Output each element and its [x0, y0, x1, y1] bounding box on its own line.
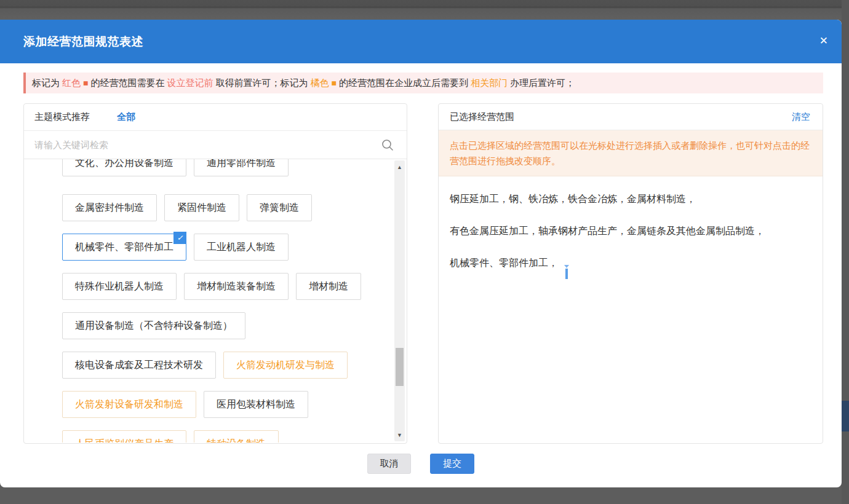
selected-scope-text[interactable]: 机械零件、零部件加工，	[450, 258, 558, 268]
tag-row: 机械零件、零部件加工 ✓ 工业机器人制造	[62, 234, 388, 261]
tag-list: 文化、办公用设备制造 通用零部件制造 金属密封件制造 紧固件制造 弹簧制造 机械…	[62, 159, 388, 443]
scope-tag-label: 医用包装材料制造	[217, 398, 295, 411]
search-bar	[24, 131, 407, 159]
tab-theme-recommend[interactable]: 主题模式推荐	[34, 111, 90, 123]
scope-tag[interactable]: 文化、办公用设备制造	[62, 159, 186, 176]
tag-row: 特殊作业机器人制造 增材制造装备制造 增材制造	[62, 273, 388, 300]
red-square-icon: ■	[83, 78, 88, 88]
scope-tag-label: 紧固件制造	[177, 202, 226, 215]
scope-tag-label: 特种设备制造	[207, 438, 266, 443]
list-scrollbar[interactable]: ▲ ▼	[394, 160, 405, 441]
scope-tag-label: 金属密封件制造	[75, 202, 144, 215]
related-dept-link[interactable]: 相关部门	[471, 77, 508, 89]
check-icon: ✓	[173, 232, 186, 244]
modal-title: 添加经营范围规范表述	[23, 34, 143, 50]
modal-header: 添加经营范围规范表述 ✕	[0, 20, 842, 63]
text-cursor	[564, 265, 569, 279]
scope-tag[interactable]: 特殊作业机器人制造	[62, 273, 177, 300]
scope-tag-label: 弹簧制造	[260, 202, 299, 215]
cancel-button[interactable]: 取消	[367, 454, 411, 474]
scope-tag-label: 机械零件、零部件加工	[75, 241, 173, 254]
tag-list-viewport: 文化、办公用设备制造 通用零部件制造 金属密封件制造 紧固件制造 弹簧制造 机械…	[24, 159, 407, 443]
pre-permit-link[interactable]: 设立登记前	[167, 77, 213, 89]
page-overlay-bottom	[0, 487, 849, 504]
tag-row: 通用设备制造（不含特种设备制造）	[62, 312, 388, 339]
clear-all-link[interactable]: 清空	[792, 111, 810, 123]
list-scrollbar-thumb[interactable]	[396, 348, 404, 386]
notice-text: 的经营范围在企业成立后需要到	[339, 77, 468, 89]
orange-word[interactable]: 橘色	[310, 77, 329, 89]
selected-scope-line[interactable]: 钢压延加工，钢、铁冶炼，铁合金冶炼，金属材料制造，	[450, 192, 811, 206]
scope-tag-post-permit[interactable]: 特种设备制造	[194, 430, 279, 443]
tab-all[interactable]: 全部	[117, 111, 135, 123]
scope-tag[interactable]: 医用包装材料制造	[204, 391, 308, 418]
page-overlay-top	[0, 0, 849, 20]
scope-tag-post-permit[interactable]: 人民币鉴别仪产品生产	[62, 430, 186, 443]
tab-bar: 主题模式推荐 全部	[24, 104, 407, 131]
scope-tag-label: 人民币鉴别仪产品生产	[75, 438, 173, 443]
selected-scope-title: 已选择经营范围	[450, 111, 514, 123]
tag-row: 人民币鉴别仪产品生产 特种设备制造	[62, 430, 388, 443]
tag-row: 文化、办公用设备制造 通用零部件制造	[62, 159, 388, 176]
add-business-scope-modal: 添加经营范围规范表述 ✕ 标记为 红色 ■ 的经营范围需要在 设立登记前 取得前…	[0, 20, 842, 487]
scope-tag[interactable]: 增材制造	[296, 273, 361, 300]
tag-row: 金属密封件制造 紧固件制造 弹簧制造	[62, 194, 388, 221]
scope-tag[interactable]: 通用设备制造（不含特种设备制造）	[62, 312, 245, 339]
selected-scope-header: 已选择经营范围 清空	[439, 104, 823, 130]
panels-container: 主题模式推荐 全部 文化、办公用设备制造 通用零部件制造 金属密封件制造	[23, 103, 823, 444]
search-icon[interactable]	[381, 138, 394, 152]
permit-notice-bar: 标记为 红色 ■ 的经营范围需要在 设立登记前 取得前置许可；标记为 橘色 ■ …	[23, 73, 823, 93]
scope-tag[interactable]: 增材制造装备制造	[184, 273, 289, 300]
selected-scope-line[interactable]: 有色金属压延加工，轴承钢材产品生产，金属链条及其他金属制品制造，	[450, 224, 811, 238]
tag-row: 核电设备成套及工程技术研发 火箭发动机研发与制造	[62, 352, 388, 379]
scope-tag[interactable]: 工业机器人制造	[194, 234, 289, 261]
notice-text: 取得前置许可；标记为	[215, 77, 308, 89]
scroll-down-icon[interactable]: ▼	[394, 430, 405, 440]
scope-tag-label: 核电设备成套及工程技术研发	[75, 359, 203, 372]
scope-tag-label: 通用零部件制造	[207, 159, 276, 170]
scope-tag-label: 文化、办公用设备制造	[75, 159, 173, 170]
scope-tag-post-permit[interactable]: 火箭发动机研发与制造	[223, 352, 348, 379]
selected-scope-editor[interactable]: 钢压延加工，钢、铁冶炼，铁合金冶炼，金属材料制造， 有色金属压延加工，轴承钢材产…	[439, 176, 823, 279]
notice-text: 办理后置许可；	[510, 77, 575, 89]
close-icon[interactable]: ✕	[819, 34, 828, 48]
scroll-up-icon[interactable]: ▲	[394, 162, 405, 172]
selected-scope-line[interactable]: 机械零件、零部件加工，	[450, 256, 811, 279]
scope-tag-label: 通用设备制造（不含特种设备制造）	[75, 320, 233, 333]
browser-scrollbar-thumb[interactable]	[842, 401, 849, 431]
red-word[interactable]: 红色	[62, 77, 81, 89]
scope-tag-label: 火箭发动机研发与制造	[236, 359, 335, 372]
scope-tag[interactable]: 通用零部件制造	[194, 159, 289, 176]
scope-tag-post-permit[interactable]: 火箭发射设备研发和制造	[62, 391, 196, 418]
selected-scope-panel: 已选择经营范围 清空 点击已选择区域的经营范围可以在光标处进行选择插入或者删除操…	[438, 103, 823, 444]
scope-tag-label: 增材制造装备制造	[197, 280, 276, 293]
scope-tag-label: 增材制造	[309, 280, 348, 293]
notice-text: 的经营范围需要在	[90, 77, 164, 89]
search-input[interactable]	[34, 140, 381, 150]
scope-tag-label: 工业机器人制造	[207, 241, 276, 254]
scope-tag-label: 特殊作业机器人制造	[75, 280, 164, 293]
scope-tag-label: 火箭发射设备研发和制造	[75, 398, 183, 411]
scope-tag[interactable]: 核电设备成套及工程技术研发	[62, 352, 216, 379]
scope-tag[interactable]: 弹簧制造	[247, 194, 312, 221]
scope-tag[interactable]: 紧固件制造	[164, 194, 239, 221]
modal-footer: 取消 提交	[0, 454, 842, 474]
drag-hint-notice: 点击已选择区域的经营范围可以在光标处进行选择插入或者删除操作，也可针对点击的经营…	[439, 130, 823, 176]
notice-text: 标记为	[32, 77, 60, 89]
tag-row: 火箭发射设备研发和制造 医用包装材料制造	[62, 391, 388, 418]
orange-square-icon: ■	[331, 78, 336, 88]
scope-tag[interactable]: 金属密封件制造	[62, 194, 157, 221]
scope-picker-panel: 主题模式推荐 全部 文化、办公用设备制造 通用零部件制造 金属密封件制造	[23, 103, 407, 444]
scope-tag-selected[interactable]: 机械零件、零部件加工 ✓	[62, 234, 186, 261]
submit-button[interactable]: 提交	[430, 454, 474, 474]
